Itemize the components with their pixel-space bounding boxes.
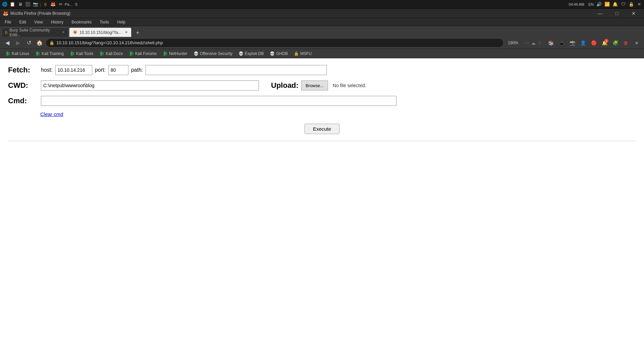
cwd-label: CWD:: [8, 81, 38, 90]
menu-help[interactable]: Help: [115, 19, 127, 25]
clear-cmd-row: Clear cmd: [8, 111, 636, 117]
menu-history[interactable]: History: [49, 19, 65, 25]
firefox-taskbar[interactable]: 🦊: [50, 1, 56, 8]
close-button[interactable]: ✕: [626, 9, 641, 18]
tabbar: B Burp Suite Community Editi... ✕ 🦊 10.1…: [0, 26, 644, 37]
bookmark-kali-tools[interactable]: 🐉 Kali Tools: [67, 51, 96, 57]
zoom-level: 190%: [508, 41, 518, 45]
bookmark-exploit-db[interactable]: 💀 Exploit-DB: [236, 51, 267, 57]
volume-icon[interactable]: 🔊: [596, 1, 602, 8]
bookmark-label-exploit-db: Exploit-DB: [245, 51, 264, 56]
bookmark-label-kali-forums: Kali Forums: [135, 51, 157, 56]
lock-icon[interactable]: 🔒: [628, 1, 635, 8]
sidebar-button[interactable]: 📚: [546, 38, 555, 48]
window-controls: — □ ✕: [592, 9, 641, 18]
fxa-button[interactable]: 👤: [578, 38, 588, 48]
new-tab-button[interactable]: +: [133, 29, 142, 37]
navbar: ◀ ▶ ↺ 🏠 🔒 190% ⋯ ☁ ☆ 📚 📱 📸 👤 🔴 🔔 1 🧩 🗑 ≡: [0, 37, 644, 49]
page-content: Fetch: host: port: path: CWD: Upload: Br…: [0, 58, 644, 362]
bookmark-nethunter[interactable]: 🐉 NetHunter: [160, 51, 190, 57]
execute-button[interactable]: Execute: [305, 124, 339, 134]
bookmark-kali-forums[interactable]: 🐉 Kali Forums: [126, 51, 159, 57]
bookmark-kali-docs[interactable]: 🐉 Kali Docs: [97, 51, 125, 57]
bookmark-label-kali-docs: Kali Docs: [106, 51, 123, 56]
bookmark-kali-training[interactable]: 🐉 Kali Training: [33, 51, 66, 57]
taskbar-icon-3[interactable]: 🖥: [17, 1, 23, 8]
taskbar-icon-2[interactable]: 📋: [9, 1, 16, 8]
write-taskbar[interactable]: ✏: [57, 1, 64, 8]
tab-icon-burpsuite: B: [5, 31, 7, 35]
system-topbar: 🌐 📋 🖥 ⬛ 📷 | B 🦊 ✏ Pa... S 04:46 AM EN 🔊 …: [0, 0, 644, 9]
menu-icon[interactable]: ≡: [636, 1, 643, 8]
sniper-taskbar[interactable]: S: [73, 1, 79, 8]
taskbar-icon-5[interactable]: 📷: [32, 1, 39, 8]
system-time: 04:46 AM: [569, 2, 584, 6]
minimize-button[interactable]: —: [592, 9, 608, 18]
taskbar-icon-1[interactable]: 🌐: [1, 1, 8, 8]
notification-icon[interactable]: 🔔: [612, 1, 619, 8]
sync-icon[interactable]: ☁: [531, 40, 536, 46]
host-label: host:: [41, 67, 53, 73]
notifications-button[interactable]: 🔔 1: [600, 38, 609, 48]
ghdb-icon: 💀: [270, 51, 275, 56]
bookmark-ghdb[interactable]: 💀 GHDB: [267, 51, 290, 57]
tab-icon-shell: 🦊: [73, 30, 77, 35]
browser-logo: 🦊: [3, 11, 8, 16]
bookmark-label-nethunter: NetHunter: [169, 51, 187, 56]
titlebar: 🦊 Mozilla Firefox (Private Browsing) — □…: [0, 9, 644, 18]
menubar: File Edit View History Bookmarks Tools H…: [0, 18, 644, 26]
bookmark-kali-linux[interactable]: 🐉 Kali Linux: [3, 51, 32, 57]
tab-close-shell[interactable]: ✕: [125, 30, 128, 35]
bookmark-label-kali-tools: Kali Tools: [76, 51, 93, 56]
back-button[interactable]: ◀: [3, 38, 12, 48]
cwd-input[interactable]: [41, 80, 259, 90]
security-icon: 🔒: [49, 41, 54, 45]
taskbar-icon-4[interactable]: ⬛: [24, 1, 31, 8]
bookmark-label-offensive-security: Offensive Security: [200, 51, 232, 56]
reader-mode-icon[interactable]: ⋯: [524, 40, 529, 46]
delete-button[interactable]: 🗑: [621, 38, 631, 48]
star-icon[interactable]: ☆: [538, 40, 542, 46]
forward-button[interactable]: ▶: [13, 38, 23, 48]
tab-close-burpsuite[interactable]: ✕: [62, 30, 65, 35]
fetch-row: Fetch: host: port: path:: [8, 65, 636, 75]
msfu-icon: 🔒: [294, 51, 299, 56]
host-input[interactable]: [55, 65, 92, 75]
menu-view[interactable]: View: [32, 19, 45, 25]
tab-shell[interactable]: 🦊 10.10.10.151/blog/?la... ✕: [69, 27, 131, 37]
pocket-button[interactable]: 🔴: [589, 38, 598, 48]
clear-cmd-link[interactable]: Clear cmd: [40, 111, 63, 117]
urlbar[interactable]: 🔒: [46, 38, 504, 48]
tab-burpsuite[interactable]: B Burp Suite Community Editi... ✕: [1, 27, 68, 37]
path-input[interactable]: [146, 65, 327, 75]
port-input[interactable]: [108, 65, 128, 75]
url-input[interactable]: [56, 40, 500, 45]
maximize-button[interactable]: □: [609, 9, 625, 18]
menu-bookmarks[interactable]: Bookmarks: [69, 19, 94, 25]
network-icon[interactable]: 📶: [604, 1, 610, 8]
burpsuite-taskbar[interactable]: B: [42, 1, 49, 8]
reload-button[interactable]: ↺: [24, 38, 34, 48]
cmd-input[interactable]: [41, 96, 396, 106]
window-title: Mozilla Firefox (Private Browsing): [10, 11, 70, 16]
terminal-taskbar[interactable]: Pa...: [65, 1, 72, 8]
upload-label: Upload:: [271, 81, 299, 90]
hamburger-menu[interactable]: ≡: [632, 38, 641, 48]
page-divider: [8, 141, 636, 141]
menu-tools[interactable]: Tools: [98, 19, 111, 25]
bookmarks-bar: 🐉 Kali Linux 🐉 Kali Training 🐉 Kali Tool…: [0, 49, 644, 58]
synced-tabs-button[interactable]: 📱: [557, 38, 566, 48]
home-button[interactable]: 🏠: [35, 38, 44, 48]
bookmark-label-msfu: MSFU: [300, 51, 312, 56]
nav-right-icons: 📚 📱 📸 👤 🔴 🔔 1 🧩 🗑 ≡: [546, 38, 641, 48]
menu-file[interactable]: File: [3, 19, 13, 25]
menu-edit[interactable]: Edit: [17, 19, 28, 25]
extensions-button[interactable]: 🧩: [610, 38, 620, 48]
bookmark-msfu[interactable]: 🔒 MSFU: [291, 51, 314, 57]
kali-forums-icon: 🐉: [129, 51, 134, 56]
screenshot-button[interactable]: 📸: [568, 38, 577, 48]
shield-icon[interactable]: 🛡: [620, 1, 627, 8]
bookmark-offensive-security[interactable]: 💀 Offensive Security: [191, 51, 235, 57]
browse-button[interactable]: Browse...: [301, 80, 328, 90]
bookmark-label-ghdb: GHDB: [276, 51, 288, 56]
